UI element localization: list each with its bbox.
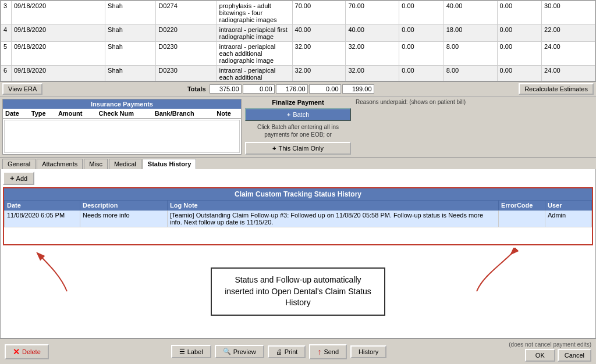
print-button[interactable]: 🖨 Print — [268, 345, 306, 358]
tracking-errorcode — [499, 210, 545, 227]
tabs-row: General Attachments Misc Medical Status … — [0, 157, 596, 169]
tracking-row: 11/08/2020 6:05 PM Needs more info [Team… — [5, 210, 592, 227]
tracking-col-user: User — [545, 201, 592, 210]
cancel-button[interactable]: Cancel — [558, 349, 591, 362]
delete-button[interactable]: ✕ Delete — [5, 344, 49, 359]
preview-icon: 🔍 — [223, 348, 231, 355]
table-row: 6 09/18/2020 Shah D0230 intraoral - peri… — [1, 66, 595, 82]
ins-col-amount: Amount — [56, 109, 97, 119]
totals-ins-ded: 176.00 — [276, 84, 308, 94]
add-button[interactable]: + Add — [3, 172, 34, 185]
annotation-box: Status and Follow-up automatically inser… — [211, 267, 385, 316]
tracking-col-description: Description — [80, 201, 168, 210]
ins-col-checknum: Check Num — [97, 109, 152, 119]
table-row: 5 09/18/2020 Shah D0230 intraoral - peri… — [1, 42, 595, 66]
ins-col-note: Note — [214, 109, 241, 119]
ok-button[interactable]: OK — [525, 349, 555, 362]
tracking-description: Needs more info — [80, 210, 168, 227]
totals-label: Totals — [187, 85, 206, 92]
bottom-note: (does not cancel payment edits) — [509, 341, 591, 348]
tracking-lognote: [Teamio] Outstanding Claim Follow-up #3:… — [168, 210, 499, 227]
insurance-payments-header: Insurance Payments — [3, 99, 241, 109]
view-era-button[interactable]: View ERA — [2, 83, 42, 95]
reasons-underpaid: Reasons underpaid: (shows on patient bil… — [353, 97, 596, 157]
finalize-payment-label: Finalize Payment — [272, 99, 324, 106]
history-button[interactable]: History — [350, 345, 386, 358]
bottom-bar: ✕ Delete ☰ Label 🔍 Preview 🖨 Print ↑ Sen… — [0, 338, 596, 364]
tab-general[interactable]: General — [2, 159, 36, 169]
left-arrow — [26, 248, 102, 294]
tab-misc[interactable]: Misc — [84, 159, 108, 169]
click-batch-text: Click Batch after entering all ins payme… — [245, 123, 351, 138]
tab-status-history[interactable]: Status History — [143, 159, 197, 169]
tracking-date: 11/08/2020 6:05 PM — [5, 210, 80, 227]
label-icon: ☰ — [179, 348, 185, 355]
plus-icon: + — [287, 111, 290, 118]
claims-table: 3 09/18/2020 Shah D0274 prophylaxis - ad… — [1, 1, 595, 81]
tab-medical[interactable]: Medical — [109, 159, 141, 169]
batch-button[interactable]: + Batch — [245, 108, 351, 121]
tracking-col-errorcode: ErrorCode — [499, 201, 545, 210]
print-icon: 🖨 — [276, 348, 282, 355]
totals-ins-est: 0.00 — [309, 84, 341, 94]
annotation-text: Status and Follow-up automatically inser… — [225, 275, 371, 307]
totals-ins-paid: 199.00 — [342, 84, 374, 94]
preview-button[interactable]: 🔍 Preview — [215, 345, 264, 358]
table-row: 3 09/18/2020 Shah D0274 prophylaxis - ad… — [1, 1, 595, 25]
plus-icon-2: + — [272, 145, 276, 152]
right-arrow — [436, 248, 523, 294]
tracking-col-lognote: Log Note — [168, 201, 499, 210]
send-icon: ↑ — [317, 347, 321, 356]
insurance-payments-table: Date Type Amount Check Num Bank/Branch N… — [3, 109, 241, 119]
status-history-panel: + Add Claim Custom Tracking Status Histo… — [0, 169, 596, 338]
table-row: 4 09/18/2020 Shah D0220 intraoral - peri… — [1, 25, 595, 42]
ins-col-bankbranch: Bank/Branch — [152, 109, 215, 119]
tracking-header: Claim Custom Tracking Status History — [4, 188, 592, 200]
tracking-user: Admin — [545, 210, 592, 227]
send-button[interactable]: ↑ Send — [309, 344, 347, 359]
recalculate-button[interactable]: Recalculate Estimates — [519, 83, 594, 95]
tracking-table: Date Description Log Note ErrorCode User… — [4, 200, 592, 227]
x-icon: ✕ — [13, 347, 20, 356]
label-button[interactable]: ☰ Label — [171, 345, 211, 358]
this-claim-button[interactable]: + This Claim Only — [245, 142, 351, 155]
ins-col-type: Type — [29, 109, 56, 119]
tracking-col-date: Date — [5, 201, 80, 210]
add-icon: + — [10, 174, 15, 183]
insurance-payments-body — [4, 120, 240, 153]
ins-col-date: Date — [3, 109, 29, 119]
totals-billed: 0.00 — [243, 84, 275, 94]
totals-fee: 375.00 — [210, 84, 242, 94]
tab-attachments[interactable]: Attachments — [37, 159, 83, 169]
